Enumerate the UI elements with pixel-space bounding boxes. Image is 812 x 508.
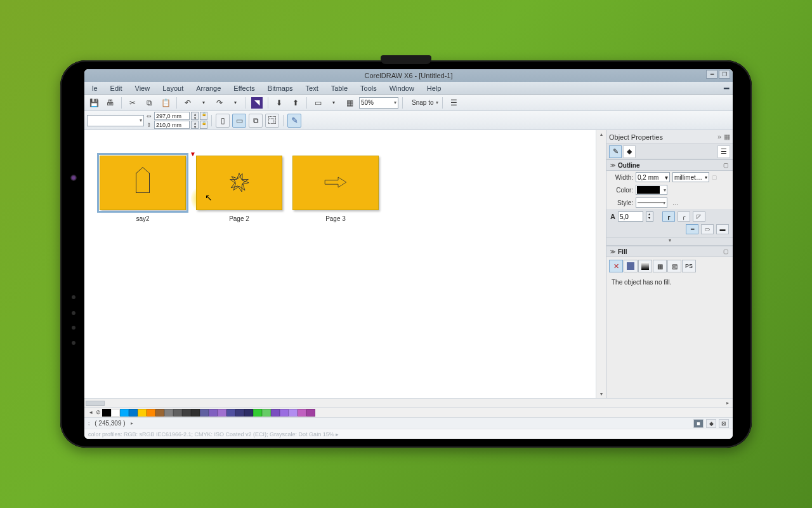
palette-swatch[interactable]	[271, 409, 280, 417]
expand-outline-bar[interactable]: ▾	[606, 237, 733, 246]
pattern-fill-icon[interactable]: ▦	[653, 260, 667, 272]
paste-icon[interactable]: 📋	[159, 97, 173, 109]
postscript-fill-icon[interactable]: PS	[682, 260, 696, 272]
palette-swatch[interactable]	[120, 409, 129, 417]
horizontal-scrollbar[interactable]: ▸	[84, 398, 733, 407]
menu-effects[interactable]: Effects	[228, 83, 259, 93]
outline-width-extra-icon[interactable]: ▢	[712, 174, 717, 180]
undo-icon[interactable]: ↶	[181, 97, 195, 109]
redo-dropdown-icon[interactable]: ▾	[229, 97, 242, 109]
status-none-icon[interactable]: ⊠	[719, 419, 729, 428]
width-spinner[interactable]: ▴▾	[191, 112, 199, 120]
current-page-button[interactable]: ⿹	[265, 114, 279, 128]
palette-swatch[interactable]	[200, 409, 209, 417]
palette-swatch[interactable]	[262, 409, 271, 417]
cap-round-icon[interactable]: ⬭	[701, 224, 714, 234]
import-icon[interactable]: ⬇	[272, 97, 286, 109]
palette-swatch[interactable]	[129, 409, 138, 417]
menu-file[interactable]: le	[87, 83, 103, 93]
publish-dropdown-icon[interactable]: ▾	[327, 97, 340, 109]
all-pages-button[interactable]: ⧉	[249, 114, 263, 128]
menu-view[interactable]: View	[130, 83, 155, 93]
palette-swatch[interactable]	[102, 409, 111, 417]
status-nav-left-icon[interactable]: ;	[88, 420, 89, 426]
cap-flat-icon[interactable]: ━	[686, 224, 698, 234]
status-nav-right-icon[interactable]: ▸	[131, 420, 133, 426]
palette-swatch[interactable]	[253, 409, 262, 417]
palette-scroll-left-icon[interactable]: ◂	[87, 409, 95, 417]
zoom-level-combo[interactable]: 50% ▾	[359, 97, 398, 109]
window-minimize-button[interactable]: ━	[706, 70, 717, 79]
launch-corel-icon[interactable]: ◥	[250, 97, 264, 109]
height-spinner[interactable]: ▴▾	[191, 121, 199, 129]
palette-swatch[interactable]	[209, 409, 218, 417]
vertical-scrollbar[interactable]: ▴ ▾	[596, 130, 606, 398]
fountain-fill-icon[interactable]	[638, 260, 652, 272]
cap-square-icon[interactable]: ▬	[716, 224, 729, 234]
palette-swatch[interactable]	[173, 409, 182, 417]
palette-swatch[interactable]	[226, 409, 235, 417]
menu-table[interactable]: Table	[326, 83, 353, 93]
outline-section-header[interactable]: ≫ Outline ▢	[606, 159, 733, 171]
palette-swatch[interactable]	[155, 409, 164, 417]
page-thumbnail-2[interactable]: Page 2	[196, 156, 282, 222]
fill-tab-icon[interactable]: ◆	[623, 145, 636, 158]
outline-style-combo[interactable]: ▾	[636, 197, 667, 208]
palette-swatch[interactable]	[306, 409, 315, 417]
landscape-button[interactable]: ▭	[232, 114, 246, 128]
palette-swatch[interactable]	[235, 409, 244, 417]
page-width-input[interactable]: 297,0 mm	[154, 112, 190, 120]
child-window-restore-button[interactable]: ━	[719, 84, 733, 92]
redo-icon[interactable]: ↷	[213, 97, 226, 109]
uniform-fill-icon[interactable]	[624, 260, 638, 272]
scroll-right-icon[interactable]: ▸	[724, 400, 731, 406]
scroll-up-icon[interactable]: ▴	[600, 131, 603, 137]
miter-limit-input[interactable]	[618, 211, 643, 222]
menu-bitmaps[interactable]: Bitmaps	[263, 83, 298, 93]
menu-text[interactable]: Text	[301, 83, 324, 93]
page-thumbnail-1[interactable]: say2	[100, 156, 186, 222]
outline-tab-icon[interactable]: ✎	[609, 145, 622, 158]
status-fill-icon[interactable]: ◆	[706, 419, 716, 428]
palette-swatch[interactable]	[289, 409, 298, 417]
miter-spinner[interactable]: ▴▾	[646, 211, 653, 222]
palette-swatch[interactable]	[280, 409, 289, 417]
page-thumbnail-3[interactable]: Page 3	[292, 156, 379, 222]
section-menu-icon[interactable]: ▢	[723, 248, 729, 255]
menu-layout[interactable]: Layout	[157, 83, 188, 93]
palette-swatch[interactable]	[138, 409, 147, 417]
no-fill-icon[interactable]: ✕	[609, 260, 623, 272]
menu-tools[interactable]: Tools	[355, 83, 382, 93]
drawing-canvas[interactable]: ▼ say2	[84, 130, 596, 398]
scrollbar-thumb[interactable]	[86, 401, 105, 406]
outline-width-combo[interactable]: 0,2 mm ▾	[636, 172, 670, 182]
palette-swatch[interactable]	[244, 409, 253, 417]
corner-bevel-icon[interactable]: ◸	[693, 211, 705, 222]
page-size-combo[interactable]: ▾	[87, 115, 144, 126]
docker-header[interactable]: Object Properties » ▦	[606, 130, 733, 144]
corner-miter-icon[interactable]: ┏	[662, 211, 675, 222]
dynamic-guides-icon[interactable]: ✎	[287, 114, 301, 128]
window-restore-button[interactable]: ❐	[719, 70, 730, 79]
menu-edit[interactable]: Edit	[105, 83, 128, 93]
menu-window[interactable]: Window	[384, 83, 419, 93]
docker-collapse-icon[interactable]: »	[717, 133, 721, 141]
cut-icon[interactable]: ✂	[126, 97, 140, 109]
copy-icon[interactable]: ⧉	[142, 97, 156, 109]
menu-help[interactable]: Help	[422, 83, 447, 93]
page-height-input[interactable]: 210,0 mm	[154, 121, 190, 129]
no-color-well-icon[interactable]: ⊘	[95, 409, 102, 417]
palette-swatch[interactable]	[298, 409, 306, 417]
fill-section-header[interactable]: ≫ Fill ▢	[606, 246, 733, 257]
texture-fill-icon[interactable]: ▨	[667, 260, 681, 272]
snap-to-label[interactable]: Snap to	[412, 99, 433, 106]
publish-pdf-icon[interactable]: ▭	[311, 97, 325, 109]
palette-swatch[interactable]	[218, 409, 226, 417]
style-more-button[interactable]: …	[670, 199, 681, 206]
docker-menu-icon[interactable]: ▦	[724, 133, 730, 141]
options-icon[interactable]: ☰	[447, 97, 461, 109]
appearance-icon[interactable]: ▦	[343, 97, 357, 109]
section-menu-icon[interactable]: ▢	[723, 162, 729, 168]
palette-swatch[interactable]	[182, 409, 191, 417]
save-icon[interactable]: 💾	[87, 97, 101, 109]
